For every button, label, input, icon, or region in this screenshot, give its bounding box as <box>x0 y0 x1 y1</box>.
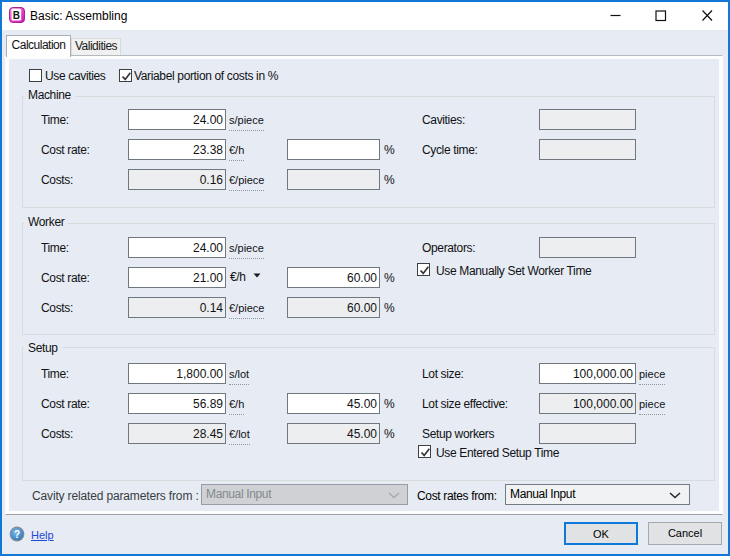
svg-text:?: ? <box>14 529 20 540</box>
svg-text:B: B <box>13 10 20 21</box>
